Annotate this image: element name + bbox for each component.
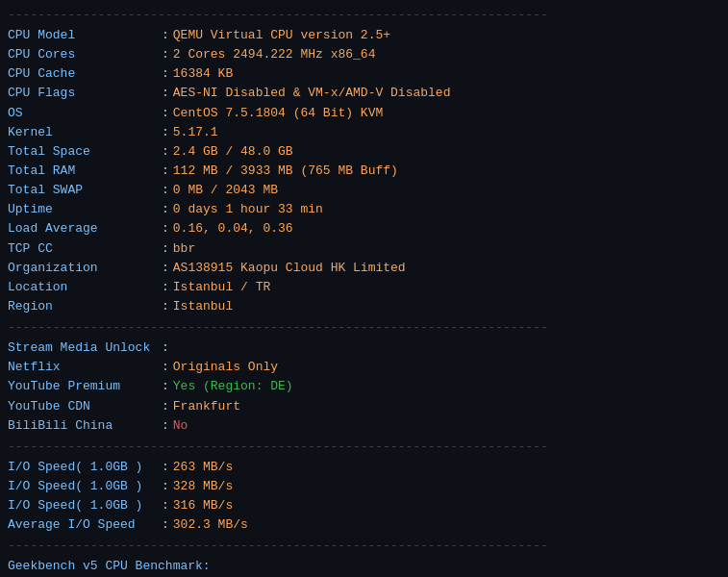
value-youtube-cdn: Frankfurt: [173, 397, 240, 416]
colon-youtube-cdn: :: [162, 397, 169, 416]
label-total-ram: Total RAM: [8, 162, 162, 181]
colon-cpu-cache: :: [162, 64, 169, 84]
divider-3: ----------------------------------------…: [8, 539, 720, 553]
colon-location: :: [162, 278, 169, 297]
label-cpu-flags: CPU Flags: [8, 84, 162, 103]
colon-total-space: :: [162, 142, 169, 162]
system-info-section: CPU Model : QEMU Virtual CPU version 2.5…: [8, 26, 720, 316]
value-io-speed-1: 263 MB/s: [173, 458, 233, 477]
row-io-speed-3: I/O Speed( 1.0GB ) : 316 MB/s: [8, 496, 720, 515]
row-location: Location : Istanbul / TR: [8, 278, 720, 297]
label-stream-media-unlock: Stream Media Unlock: [8, 339, 162, 358]
value-region: Istanbul: [173, 297, 233, 316]
value-load-average: 0.16, 0.04, 0.36: [173, 219, 293, 238]
row-kernel: Kernel : 5.17.1: [8, 123, 720, 142]
label-uptime: Uptime: [8, 200, 162, 219]
value-cpu-model: QEMU Virtual CPU version 2.5+: [173, 26, 390, 45]
colon-organization: :: [162, 259, 169, 278]
row-cpu-cores: CPU Cores : 2 Cores 2494.222 MHz x86_64: [8, 45, 720, 64]
row-bilibili-china: BiliBili China : No: [8, 416, 720, 436]
value-youtube-premium: Yes (Region: DE): [173, 377, 293, 396]
value-netflix: Originals Only: [173, 358, 278, 377]
row-region: Region : Istanbul: [8, 297, 720, 316]
label-cpu-cores: CPU Cores: [8, 45, 162, 64]
row-total-swap: Total SWAP : 0 MB / 2043 MB: [8, 181, 720, 200]
colon-cpu-flags: :: [162, 84, 169, 103]
row-netflix: Netflix : Originals Only: [8, 358, 720, 377]
colon-uptime: :: [162, 200, 169, 219]
geekbench-section: Geekbench v5 CPU Benchmark: Single Core …: [8, 557, 720, 577]
row-load-average: Load Average : 0.16, 0.04, 0.36: [8, 219, 720, 238]
row-os: OS : CentOS 7.5.1804 (64 Bit) KVM: [8, 104, 720, 123]
row-avg-io-speed: Average I/O Speed : 302.3 MB/s: [8, 515, 720, 535]
label-kernel: Kernel: [8, 123, 162, 142]
label-load-average: Load Average: [8, 219, 162, 238]
colon-tcp-cc: :: [162, 239, 169, 259]
value-uptime: 0 days 1 hour 33 min: [173, 200, 323, 219]
row-total-space: Total Space : 2.4 GB / 48.0 GB: [8, 142, 720, 162]
label-region: Region: [8, 297, 162, 316]
divider-2: ----------------------------------------…: [8, 439, 720, 454]
colon-netflix: :: [162, 358, 169, 377]
colon-io-speed-2: :: [162, 477, 169, 496]
label-location: Location: [8, 278, 162, 297]
colon-avg-io-speed: :: [162, 515, 169, 535]
colon-io-speed-1: :: [162, 458, 169, 477]
colon-os: :: [162, 104, 169, 123]
value-organization: AS138915 Kaopu Cloud HK Limited: [173, 259, 406, 278]
value-io-speed-2: 328 MB/s: [173, 477, 233, 496]
value-os: CentOS 7.5.1804 (64 Bit) KVM: [173, 104, 383, 123]
colon-region: :: [162, 297, 169, 316]
label-youtube-premium: YouTube Premium: [8, 377, 162, 396]
value-cpu-flags: AES-NI Disabled & VM-x/AMD-V Disabled: [173, 84, 451, 103]
row-io-speed-2: I/O Speed( 1.0GB ) : 328 MB/s: [8, 477, 720, 496]
value-total-swap: 0 MB / 2043 MB: [173, 181, 278, 200]
label-cpu-model: CPU Model: [8, 26, 162, 45]
row-cpu-model: CPU Model : QEMU Virtual CPU version 2.5…: [8, 26, 720, 45]
row-cpu-flags: CPU Flags : AES-NI Disabled & VM-x/AMD-V…: [8, 84, 720, 103]
colon-bilibili-china: :: [162, 416, 169, 436]
value-cpu-cores: 2 Cores 2494.222 MHz x86_64: [173, 45, 376, 64]
label-io-speed-1: I/O Speed( 1.0GB ): [8, 458, 162, 477]
divider-top: ----------------------------------------…: [8, 8, 720, 22]
label-avg-io-speed: Average I/O Speed: [8, 515, 162, 535]
colon-total-swap: :: [162, 181, 169, 200]
row-tcp-cc: TCP CC : bbr: [8, 239, 720, 259]
value-bilibili-china: No: [173, 416, 188, 436]
label-youtube-cdn: YouTube CDN: [8, 397, 162, 416]
value-total-ram: 112 MB / 3933 MB (765 MB Buff): [173, 162, 398, 181]
colon-io-speed-3: :: [162, 496, 169, 515]
value-total-space: 2.4 GB / 48.0 GB: [173, 142, 293, 162]
value-avg-io-speed: 302.3 MB/s: [173, 515, 248, 535]
value-location: Istanbul / TR: [173, 278, 270, 297]
label-bilibili-china: BiliBili China: [8, 416, 162, 436]
divider-1: ----------------------------------------…: [8, 320, 720, 335]
row-stream-media-unlock: Stream Media Unlock :: [8, 339, 720, 358]
row-organization: Organization : AS138915 Kaopu Cloud HK L…: [8, 259, 720, 278]
row-youtube-premium: YouTube Premium : Yes (Region: DE): [8, 377, 720, 396]
label-total-space: Total Space: [8, 142, 162, 162]
row-total-ram: Total RAM : 112 MB / 3933 MB (765 MB Buf…: [8, 162, 720, 181]
row-geekbench-title: Geekbench v5 CPU Benchmark:: [8, 557, 720, 576]
io-speed-section: I/O Speed( 1.0GB ) : 263 MB/s I/O Speed(…: [8, 458, 720, 536]
colon-stream-media-unlock: :: [162, 339, 169, 358]
colon-cpu-model: :: [162, 26, 169, 45]
colon-cpu-cores: :: [162, 45, 169, 64]
value-tcp-cc: bbr: [173, 239, 195, 259]
label-total-swap: Total SWAP: [8, 181, 162, 200]
label-io-speed-2: I/O Speed( 1.0GB ): [8, 477, 162, 496]
row-youtube-cdn: YouTube CDN : Frankfurt: [8, 397, 720, 416]
value-io-speed-3: 316 MB/s: [173, 496, 233, 515]
colon-youtube-premium: :: [162, 377, 169, 396]
main-container: ----------------------------------------…: [0, 8, 728, 577]
label-organization: Organization: [8, 259, 162, 278]
geekbench-title: Geekbench v5 CPU Benchmark:: [8, 557, 211, 576]
row-io-speed-1: I/O Speed( 1.0GB ) : 263 MB/s: [8, 458, 720, 477]
row-cpu-cache: CPU Cache : 16384 KB: [8, 64, 720, 84]
colon-load-average: :: [162, 219, 169, 238]
stream-media-section: www.liuzhanwu.com Stream Media Unlock : …: [8, 339, 720, 436]
colon-kernel: :: [162, 123, 169, 142]
value-kernel: 5.17.1: [173, 123, 218, 142]
label-os: OS: [8, 104, 162, 123]
value-cpu-cache: 16384 KB: [173, 64, 233, 84]
